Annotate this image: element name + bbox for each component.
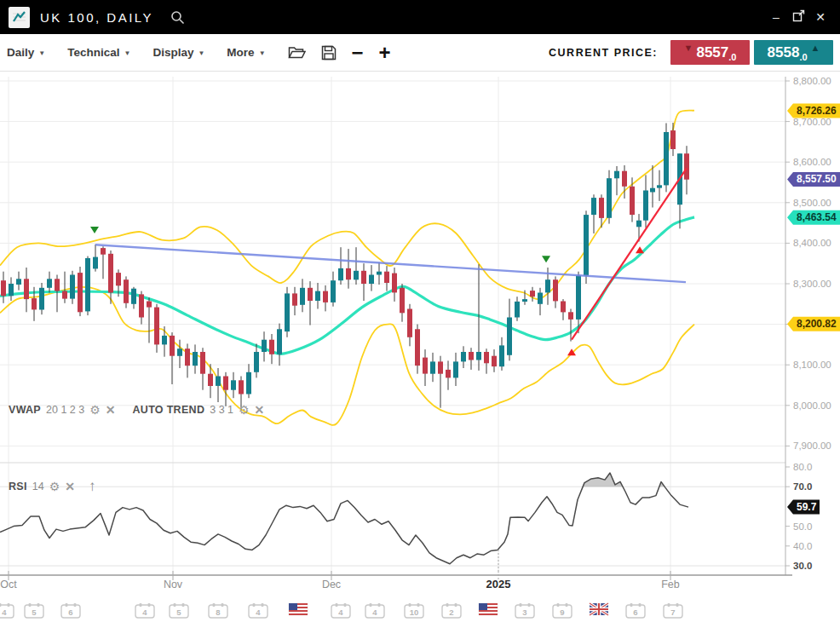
svg-text:Oct: Oct [0, 579, 17, 590]
candle [453, 361, 458, 377]
open-folder-icon[interactable] [288, 45, 306, 60]
svg-text:8,500.00: 8,500.00 [793, 198, 831, 208]
calendar-day: 5 [32, 608, 37, 617]
candle [254, 352, 259, 372]
search-icon[interactable] [170, 10, 185, 25]
candle [643, 191, 648, 221]
candle [338, 268, 343, 280]
arrow-up-icon: ▲ [811, 40, 820, 53]
svg-text:8,200.82: 8,200.82 [797, 318, 837, 330]
candle [576, 276, 581, 320]
us-flag-icon[interactable] [479, 603, 498, 615]
candle [684, 153, 689, 180]
zoom-out-button[interactable]: − [352, 44, 364, 61]
svg-text:59.7: 59.7 [797, 501, 817, 513]
gear-icon[interactable]: ⚙ [239, 403, 250, 417]
candle [116, 273, 121, 285]
candle [384, 272, 389, 283]
save-icon[interactable] [321, 45, 337, 60]
candle [300, 288, 305, 305]
chevron-down-icon: ▼ [124, 49, 130, 57]
candle [85, 258, 90, 311]
svg-text:80.0: 80.0 [793, 462, 812, 472]
candle [231, 380, 236, 389]
window-title: UK 100, DAILY [40, 10, 153, 25]
chart-area: 8,800.008,700.008,600.008,500.008,400.00… [0, 72, 840, 622]
sell-signal-icon [542, 256, 550, 262]
candle [101, 248, 106, 255]
calendar-day: 4 [372, 608, 377, 617]
candle [124, 279, 129, 303]
candle [208, 374, 213, 386]
sell-price-badge[interactable]: ▼ 8557 .0 [670, 40, 750, 65]
close-icon[interactable]: ✕ [106, 403, 116, 417]
close-icon[interactable]: ✕ [65, 480, 75, 493]
chevron-down-icon: ▼ [198, 49, 204, 57]
candle [499, 345, 504, 366]
candle [216, 377, 221, 386]
candle [530, 291, 535, 297]
gear-icon[interactable]: ⚙ [49, 480, 60, 493]
candle [346, 268, 351, 279]
us-flag-icon[interactable] [289, 603, 308, 615]
candle [62, 291, 67, 299]
menu-timeframe[interactable]: Daily ▼ [7, 46, 45, 59]
svg-text:8,600.00: 8,600.00 [793, 157, 831, 167]
popout-button[interactable] [787, 9, 809, 25]
calendar-day: 2 [449, 608, 453, 617]
buy-price-badge[interactable]: 8558 .0 ▲ [754, 40, 833, 65]
candle [147, 302, 152, 308]
calendar-day: 5 [176, 608, 181, 617]
menu-more[interactable]: More ▼ [227, 46, 265, 59]
svg-text:8,100.00: 8,100.00 [793, 360, 831, 370]
uk-flag-icon[interactable] [590, 603, 608, 615]
candle [492, 356, 497, 366]
candle [78, 273, 83, 312]
collapse-panel-arrow-icon[interactable]: ↑ [89, 478, 96, 495]
buy-price-value: 8558 [768, 44, 800, 61]
gear-icon[interactable]: ⚙ [89, 403, 101, 417]
arrow-down-icon: ▼ [684, 40, 693, 53]
menu-technical-label: Technical [67, 46, 119, 59]
candle [446, 370, 451, 378]
candle [636, 221, 642, 227]
candle [32, 298, 37, 309]
svg-text:8,800.00: 8,800.00 [793, 76, 831, 86]
candle [670, 130, 676, 149]
svg-text:Dec: Dec [322, 579, 341, 590]
close-button[interactable]: ✕ [809, 10, 831, 24]
price-chart-canvas[interactable]: 8,800.008,700.008,600.008,500.008,400.00… [0, 72, 840, 622]
menu-timeframe-label: Daily [7, 46, 34, 59]
candle [131, 289, 136, 304]
candle [392, 274, 397, 293]
menu-technical[interactable]: Technical ▼ [67, 46, 130, 59]
svg-text:8,726.26: 8,726.26 [797, 105, 837, 117]
candle [622, 171, 627, 187]
calendar-day: 4 [338, 608, 343, 617]
candle [369, 275, 374, 285]
candle [630, 187, 635, 215]
candle [47, 279, 52, 288]
candle [538, 293, 543, 304]
candle [154, 308, 159, 345]
calendar-day: 6 [633, 608, 637, 617]
candle [162, 336, 167, 345]
menu-display[interactable]: Display ▼ [152, 46, 204, 59]
calendar-day: 4 [142, 608, 147, 617]
zoom-in-button[interactable]: + [379, 44, 391, 61]
candle [239, 380, 244, 394]
candle [657, 185, 662, 187]
buy-price-decimal: .0 [799, 52, 807, 65]
close-icon[interactable]: ✕ [255, 403, 265, 417]
candle [400, 288, 405, 314]
candle [269, 340, 274, 354]
candle [553, 279, 558, 301]
candle [331, 280, 336, 302]
rsi-name: RSI [9, 481, 27, 492]
candle [469, 352, 474, 360]
chart-toolbar: Daily ▼ Technical ▼ Display ▼ More ▼ − +… [0, 34, 840, 72]
svg-text:40.0: 40.0 [793, 541, 812, 551]
minimize-button[interactable]: – [765, 10, 787, 24]
candle [285, 293, 290, 331]
candle [599, 198, 604, 218]
